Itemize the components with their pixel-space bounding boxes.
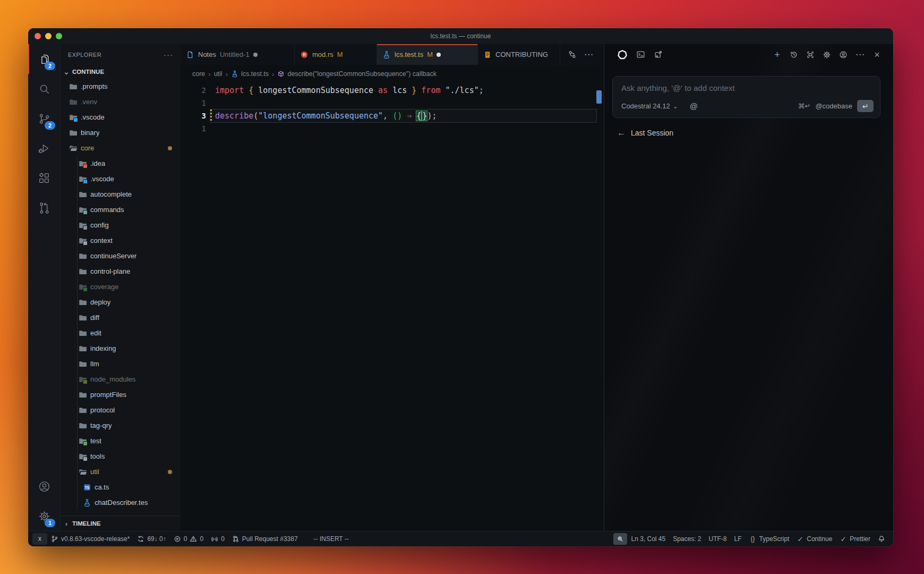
status-git-branch[interactable]: v0.8.63-vscode-release* <box>47 533 133 545</box>
status-indentation[interactable]: Spaces: 2 <box>669 533 705 545</box>
folder-type-overlay <box>83 457 88 461</box>
breadcrumb-separator: › <box>272 70 274 78</box>
continue-view-icon[interactable] <box>617 49 628 60</box>
activity-item-extensions[interactable] <box>28 163 60 193</box>
tree-item-.idea[interactable]: .idea <box>61 156 181 171</box>
status-eol[interactable]: LF <box>731 533 746 545</box>
status-ports[interactable]: 0 <box>207 533 228 545</box>
status-continue-status[interactable]: ✓Continue <box>793 533 836 545</box>
editor[interactable]: core›util›lcs.test.ts›describe("longestC… <box>181 65 604 531</box>
sidebar-more-icon[interactable]: ··· <box>164 50 173 59</box>
console-view-icon[interactable] <box>654 50 663 59</box>
tree-item-config[interactable]: config <box>61 217 181 233</box>
tree-item-coverage[interactable]: coverage <box>61 279 181 294</box>
code-line[interactable]: 1 <box>181 122 604 135</box>
breadcrumb-item[interactable]: lcs.test.ts <box>231 70 269 78</box>
tree-item-autocomplete[interactable]: autocomplete <box>61 187 181 202</box>
status-remote-indicator[interactable] <box>32 533 47 545</box>
tree-item-continueServer[interactable]: continueServer <box>61 248 181 264</box>
code-area[interactable]: 2import { longestCommonSubsequence as lc… <box>181 83 604 531</box>
tab-contributing[interactable]: CONTRIBUTING <box>478 44 560 65</box>
breadcrumb-item[interactable]: describe("longestCommonSubsequence") cal… <box>277 70 437 78</box>
tree-item-deploy[interactable]: deploy <box>61 294 181 310</box>
code-line[interactable]: 2import { longestCommonSubsequence as lc… <box>181 84 604 97</box>
activity-item-settings[interactable]: 1 <box>28 501 60 531</box>
fullscreen-icon[interactable] <box>806 50 815 59</box>
tree-item-core[interactable]: core <box>61 140 181 156</box>
activity-item-account[interactable] <box>28 471 60 501</box>
tree-item-control-plane[interactable]: control-plane <box>61 264 181 279</box>
titlebar[interactable]: lcs.test.ts — continue <box>28 28 893 44</box>
tab-mod-rs[interactable]: Rmod.rsM <box>295 44 377 65</box>
tree-item-label: indexing <box>90 344 116 352</box>
chat-input-box[interactable]: Ask anything, '@' to add context Codestr… <box>612 76 880 118</box>
status-sync-changes[interactable]: 69↓ 0↑ <box>133 533 169 545</box>
activity-item-run-debug[interactable] <box>28 133 60 163</box>
timeline-section-header[interactable]: › TIMELINE <box>61 516 181 531</box>
history-icon[interactable] <box>790 50 798 59</box>
status-screencast-zoom[interactable] <box>613 533 627 545</box>
activity-item-github-pull-request[interactable] <box>28 193 60 223</box>
tree-item-.prompts[interactable]: .prompts <box>61 79 181 94</box>
add-context-icon[interactable]: @ <box>690 102 698 111</box>
open-changes-icon[interactable] <box>568 50 577 59</box>
tree-item-promptFiles[interactable]: promptFiles <box>61 387 181 402</box>
workspace-section-header[interactable]: ⌄ CONTINUE <box>61 65 181 79</box>
tree-item-llm[interactable]: llm <box>61 356 181 372</box>
breadcrumb-item[interactable]: util <box>214 70 223 78</box>
tree-item-util[interactable]: util <box>61 464 181 479</box>
tree-item-.venv[interactable]: .venv <box>61 94 181 109</box>
code-line[interactable]: 1 <box>181 97 604 109</box>
status-vim-mode[interactable]: -- INSERT -- <box>310 533 353 545</box>
status-encoding[interactable]: UTF-8 <box>705 533 731 545</box>
activity-item-search[interactable] <box>28 74 60 104</box>
status-cursor-position[interactable]: Ln 3, Col 45 <box>627 533 669 545</box>
tab-lcs-test-ts[interactable]: lcs.test.tsM <box>377 44 478 65</box>
tree-item-context[interactable]: context <box>61 233 181 248</box>
close-icon[interactable]: × <box>872 50 882 59</box>
tree-item-edit[interactable]: edit <box>61 325 181 341</box>
tree-item-.vscode[interactable]: .vscode <box>61 171 181 187</box>
breadcrumb[interactable]: core›util›lcs.test.ts›describe("longestC… <box>181 65 604 83</box>
window-title: lcs.test.ts — continue <box>28 32 893 40</box>
submit-button[interactable]: ↵ <box>857 100 874 112</box>
broadcast-icon <box>211 535 218 543</box>
settings-icon[interactable] <box>823 50 831 59</box>
model-selector[interactable]: Codestral 24.12 ⌄ <box>621 102 678 110</box>
tree-item-commands[interactable]: commands <box>61 202 181 217</box>
terminal-view-icon[interactable] <box>636 50 645 59</box>
unsaved-dot[interactable] <box>437 53 441 57</box>
activity-item-source-control[interactable]: 2 <box>28 104 60 133</box>
tree-item-chatDescriber.tes[interactable]: chatDescriber.tes <box>61 495 181 510</box>
tree-item-ca.ts[interactable]: TSca.ts <box>61 479 181 495</box>
unsaved-dot[interactable] <box>253 53 258 57</box>
more-icon[interactable]: ⋯ <box>855 50 865 59</box>
tab-label: CONTRIBUTING <box>495 50 548 58</box>
chat-input-placeholder: Ask anything, '@' to add context <box>613 77 880 92</box>
new-session-icon[interactable]: + <box>773 50 782 59</box>
tree-item-.vscode[interactable]: .vscode <box>61 109 181 125</box>
activity-item-explorer[interactable]: 2 <box>28 44 60 74</box>
account-icon[interactable] <box>839 50 848 59</box>
code-line-active[interactable]: 3describe("longestCommonSubsequence", ()… <box>181 109 604 122</box>
tree-item-indexing[interactable]: indexing <box>61 341 181 356</box>
tree-item-binary[interactable]: binary <box>61 125 181 140</box>
tab-notes[interactable]: NotesUntitled-1 <box>181 44 295 65</box>
status-pull-request[interactable]: Pull Request #3387 <box>228 533 302 545</box>
status-problems[interactable]: 00 <box>170 533 207 545</box>
tree-item-diff[interactable]: diff <box>61 310 181 325</box>
more-actions-icon[interactable]: ⋯ <box>584 50 593 59</box>
tree-item-tag-qry[interactable]: tag-qry <box>61 418 181 433</box>
tree-item-tools[interactable]: tools <box>61 449 181 464</box>
breadcrumb-item[interactable]: core <box>192 70 205 78</box>
tree-item-test[interactable]: test <box>61 433 181 449</box>
folder-icon <box>79 391 87 399</box>
status-prettier-status[interactable]: ✓Prettier <box>836 533 874 545</box>
tree-item-node-modules[interactable]: node_modules <box>61 372 181 387</box>
status-language-mode[interactable]: {}TypeScript <box>746 533 793 545</box>
last-session-link[interactable]: ← Last Session <box>617 128 893 138</box>
tab-label: lcs.test.ts <box>395 50 423 58</box>
tree-item-protocol[interactable]: protocol <box>61 402 181 418</box>
status-notifications[interactable] <box>874 533 889 545</box>
indent-guide <box>77 479 78 495</box>
